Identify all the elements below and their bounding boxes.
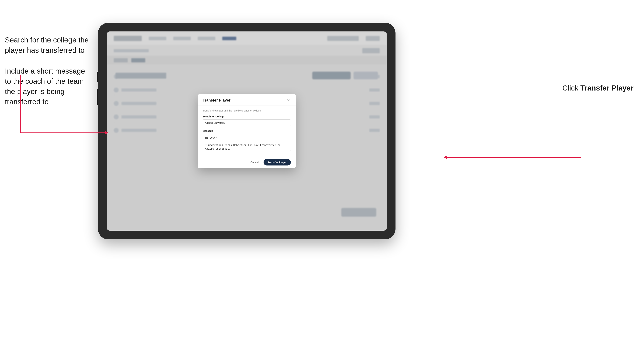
modal-body: Transfer the player and their profile to… bbox=[198, 106, 296, 156]
message-label: Message bbox=[203, 130, 291, 132]
tablet-button-2 bbox=[96, 89, 98, 105]
message-textarea[interactable] bbox=[203, 134, 291, 151]
modal-header: Transfer Player ✕ bbox=[198, 94, 296, 106]
tablet-frame: Transfer Player ✕ Transfer the player an… bbox=[98, 23, 396, 239]
annotation-transfer-player-label: Transfer Player bbox=[580, 84, 634, 92]
svg-marker-5 bbox=[444, 156, 447, 159]
annotation-message-text: Include a short messageto the coach of t… bbox=[5, 66, 96, 107]
annotation-search-text: Search for the college theplayer has tra… bbox=[5, 35, 96, 56]
transfer-player-modal: Transfer Player ✕ Transfer the player an… bbox=[198, 94, 296, 168]
tablet-button bbox=[96, 72, 98, 82]
search-college-input[interactable] bbox=[203, 119, 291, 126]
modal-title: Transfer Player bbox=[203, 98, 230, 103]
transfer-player-button[interactable]: Transfer Player bbox=[264, 159, 291, 166]
tablet-screen: Transfer Player ✕ Transfer the player an… bbox=[107, 31, 387, 231]
modal-close-button[interactable]: ✕ bbox=[286, 98, 291, 103]
modal-footer: Cancel Transfer Player bbox=[198, 156, 296, 168]
annotation-right: Click Transfer Player bbox=[562, 84, 634, 92]
annotation-left: Search for the college theplayer has tra… bbox=[5, 35, 96, 118]
annotation-click-text: Click bbox=[562, 84, 580, 92]
search-college-label: Search for College bbox=[203, 115, 291, 118]
modal-subtitle: Transfer the player and their profile to… bbox=[203, 109, 291, 112]
cancel-button[interactable]: Cancel bbox=[248, 159, 261, 165]
modal-overlay: Transfer Player ✕ Transfer the player an… bbox=[107, 31, 387, 231]
